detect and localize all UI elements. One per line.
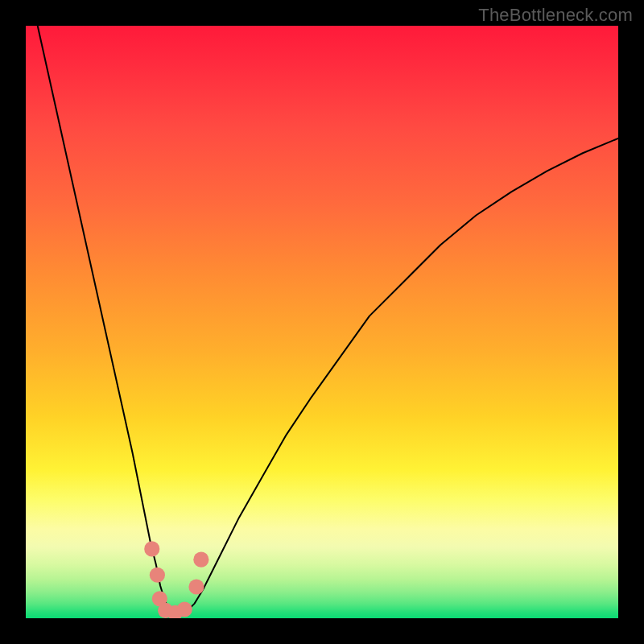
data-point-marker [177, 601, 192, 617]
chart-frame: TheBottleneck.com [0, 0, 644, 644]
bottleneck-curve [38, 26, 618, 615]
watermark-text: TheBottleneck.com [478, 5, 633, 26]
data-point-marker [150, 568, 165, 583]
curve-layer [26, 26, 618, 618]
data-point-marker [188, 579, 204, 594]
data-point-marker [144, 541, 159, 556]
data-point-marker [193, 552, 208, 568]
plot-area [26, 26, 618, 618]
